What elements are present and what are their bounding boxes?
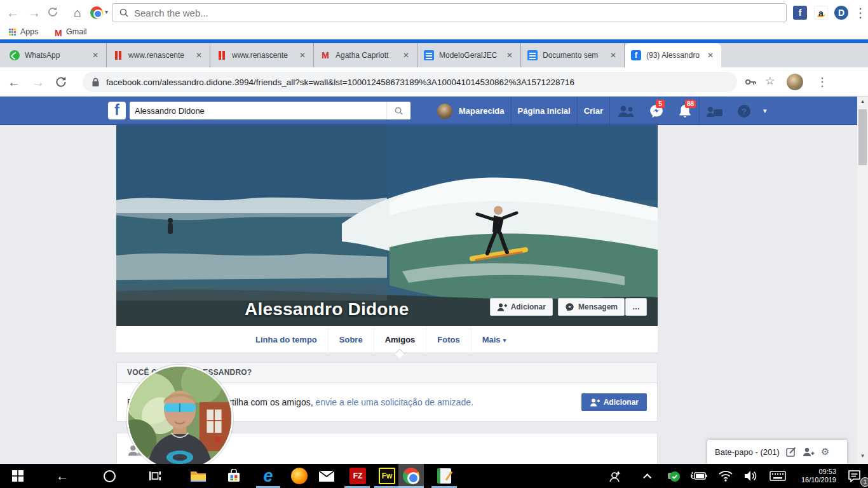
person-add-icon	[497, 303, 507, 311]
browser-tab-facebook-active[interactable]: f (93) Alessandro ✕	[625, 43, 721, 67]
browser-tab-whatsapp[interactable]: WhatsApp ✕	[3, 43, 107, 67]
browser-tab-renascente-1[interactable]: www.renascente ✕	[107, 43, 210, 67]
microsoft-store-icon[interactable]	[220, 464, 248, 488]
forward-icon[interactable]: →	[29, 67, 47, 97]
d-extension-icon[interactable]: D	[834, 6, 848, 20]
account-menu-caret-icon[interactable]: ▾	[758, 107, 775, 115]
web-search-input[interactable]	[134, 8, 735, 18]
url-text[interactable]: facebook.com/alessandro.didone.3994/frie…	[106, 78, 574, 87]
nav-profile-link[interactable]: Maparecida	[452, 106, 511, 116]
close-icon[interactable]: ✕	[193, 51, 205, 60]
browser-profile-avatar[interactable]	[787, 74, 803, 90]
scroll-up-icon[interactable]: ▴	[857, 98, 868, 104]
back-icon[interactable]: ←	[5, 67, 23, 97]
facebook-page: Alessandro Didone Adicionar Mensagem … L…	[0, 125, 857, 464]
chrome-logo-icon[interactable]	[90, 6, 103, 22]
close-icon[interactable]: ✕	[400, 51, 412, 60]
cover-photo[interactable]: Alessandro Didone Adicionar Mensagem …	[116, 125, 658, 326]
profile-picture[interactable]	[126, 365, 233, 471]
chat-bar[interactable]: Bate-papo - (201) ⚙	[707, 440, 847, 464]
firefox-icon[interactable]	[287, 464, 312, 488]
facebook-search-box[interactable]	[130, 102, 410, 119]
close-icon[interactable]: ✕	[90, 51, 101, 60]
browser-tab-renascente-2[interactable]: www.renascente ✕	[210, 43, 314, 67]
scrollbar-thumb[interactable]	[858, 109, 867, 165]
edge-icon[interactable]: e	[255, 464, 281, 488]
search-button[interactable]	[386, 102, 410, 119]
add-friend-button-blue[interactable]: Adicionar	[581, 393, 647, 411]
touch-keyboard-icon[interactable]	[765, 464, 790, 488]
more-options-button[interactable]: …	[625, 298, 647, 316]
battery-icon[interactable]	[688, 464, 710, 488]
bookmark-gmail[interactable]: Gmail	[66, 25, 87, 39]
watch-people-icon[interactable]	[700, 97, 730, 125]
add-people-icon[interactable]	[803, 447, 815, 457]
fireworks-icon[interactable]: Fw	[374, 464, 400, 488]
cortana-icon[interactable]	[97, 464, 122, 488]
message-button[interactable]: Mensagem	[558, 298, 625, 316]
gear-icon[interactable]: ⚙	[821, 446, 829, 458]
close-icon[interactable]: ✕	[504, 51, 515, 60]
antivirus-check-icon[interactable]	[662, 464, 685, 488]
tab-timeline[interactable]: Linha do tempo	[245, 326, 328, 353]
filezilla-icon[interactable]: FZ	[344, 464, 371, 488]
messenger-icon[interactable]: 5	[642, 97, 671, 125]
person-add-icon	[590, 398, 600, 407]
refresh-icon[interactable]	[55, 76, 67, 88]
notifications-bell-icon[interactable]: 88	[671, 97, 699, 125]
friend-request-link[interactable]: envie a ele uma solicitação de amizade.	[316, 397, 473, 407]
tab-about[interactable]: Sobre	[328, 326, 374, 353]
page-scrollbar[interactable]: ▴ ▾	[857, 97, 868, 464]
facebook-search-input[interactable]	[130, 106, 386, 116]
tab-strip: WhatsApp ✕ www.renascente ✕ www.renascen…	[0, 43, 868, 67]
mail-icon[interactable]	[314, 464, 339, 488]
taskbar-clock[interactable]: 09:53 16/10/2019	[788, 464, 836, 488]
close-icon[interactable]: ✕	[297, 51, 308, 60]
amazon-extension-icon[interactable]: a	[814, 6, 828, 20]
close-icon[interactable]: ✕	[705, 51, 716, 60]
tab-photos[interactable]: Fotos	[426, 326, 470, 353]
add-friend-button[interactable]: Adicionar	[490, 298, 553, 316]
start-button[interactable]	[5, 464, 31, 488]
help-icon[interactable]: ?	[730, 97, 758, 125]
wifi-icon[interactable]	[714, 464, 737, 488]
apps-grid-icon[interactable]	[9, 29, 17, 36]
web-search-box[interactable]	[112, 3, 787, 22]
key-icon[interactable]	[745, 77, 757, 87]
omnibox[interactable]: facebook.com/alessandro.didone.3994/frie…	[83, 72, 737, 92]
browser-tab-documento[interactable]: Documento sem ✕	[521, 43, 625, 67]
volume-icon[interactable]	[740, 464, 763, 488]
facebook-logo[interactable]: f	[108, 102, 126, 119]
menu-dots-icon[interactable]: ⋮	[816, 67, 829, 97]
tab-more[interactable]: Mais▾	[471, 326, 517, 353]
chevron-down-icon[interactable]: ▾	[105, 8, 108, 15]
close-icon[interactable]: ✕	[607, 51, 619, 60]
file-explorer-icon[interactable]	[184, 464, 212, 488]
tray-expand-chevron-icon[interactable]	[635, 464, 656, 488]
friend-requests-icon[interactable]	[610, 97, 642, 125]
tab-friends[interactable]: Amigos	[374, 326, 426, 353]
facebook-extension-icon[interactable]: f	[793, 6, 807, 20]
nav-home-link[interactable]: Página inicial	[512, 106, 577, 116]
browser-tab-gmail[interactable]: M Agatha Capriott ✕	[314, 43, 417, 67]
forward-icon[interactable]: →	[25, 0, 43, 25]
user-avatar[interactable]	[437, 104, 452, 119]
bookmark-apps[interactable]: Apps	[20, 25, 39, 39]
menu-dots-icon[interactable]: ⋮	[854, 0, 867, 25]
home-icon[interactable]: ⌂	[69, 0, 86, 25]
compose-icon[interactable]	[786, 447, 796, 457]
address-bar: ← → facebook.com/alessandro.didone.3994/…	[0, 67, 868, 97]
nav-create-link[interactable]: Criar	[578, 106, 609, 116]
taskbar-back-icon[interactable]: ←	[50, 464, 75, 488]
chrome-taskbar-icon[interactable]	[398, 464, 424, 488]
bookmark-star-icon[interactable]: ☆	[765, 74, 775, 88]
notes-icon[interactable]	[431, 464, 458, 488]
refresh-icon[interactable]	[47, 6, 65, 19]
action-center-icon[interactable]: 1	[843, 464, 865, 488]
browser-tab-modelo[interactable]: ModeloGeralJEC ✕	[417, 43, 521, 67]
scroll-down-icon[interactable]: ▾	[857, 452, 868, 459]
task-view-icon[interactable]	[142, 464, 168, 488]
chevron-down-icon: ▾	[503, 337, 506, 344]
people-tray-icon[interactable]	[604, 464, 627, 488]
back-icon[interactable]: ←	[4, 0, 22, 25]
